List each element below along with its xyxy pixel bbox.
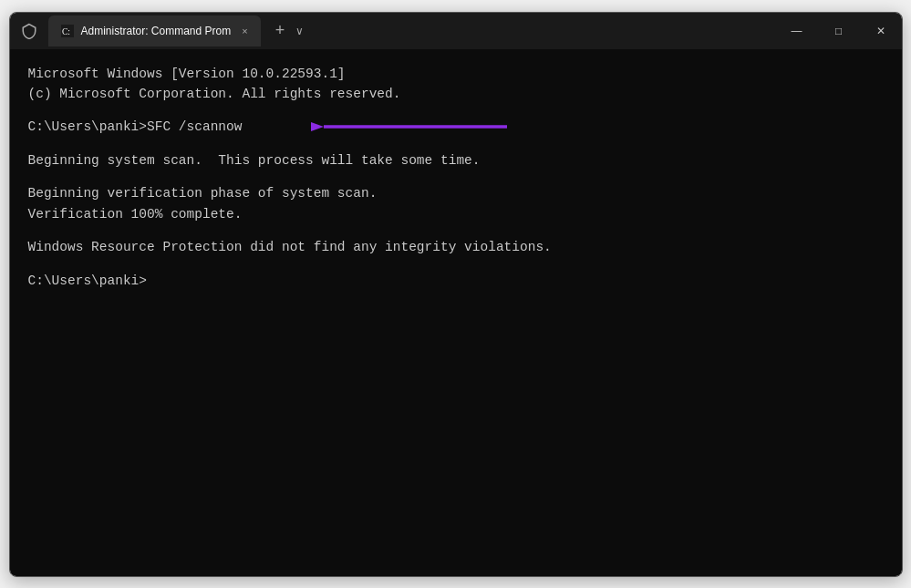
tab-close-button[interactable]: ×: [242, 26, 247, 36]
minimize-button[interactable]: —: [776, 13, 818, 49]
terminal-window: C: Administrator: Command Prom × + ∨ — □…: [9, 12, 903, 577]
tab-dropdown-button[interactable]: ∨: [295, 25, 304, 37]
output-line-2: (c) Microsoft Corporation. All rights re…: [28, 84, 884, 104]
window-controls: — □ ✕: [776, 13, 902, 49]
maximize-button[interactable]: □: [818, 13, 860, 49]
output-line-6: Verification 100% complete.: [28, 204, 884, 224]
cmd-icon: C:: [61, 25, 74, 37]
output-line-3: C:\Users\panki>SFC /scannow: [28, 117, 243, 137]
active-tab[interactable]: C: Administrator: Command Prom ×: [48, 15, 261, 46]
output-line-7: Windows Resource Protection did not find…: [28, 237, 884, 257]
output-line-5: Beginning verification phase of system s…: [28, 183, 884, 203]
titlebar-left: C: Administrator: Command Prom × + ∨: [21, 15, 305, 46]
shield-icon: [21, 23, 37, 39]
svg-text:C:: C:: [61, 26, 69, 36]
arrow-annotation: [311, 114, 512, 139]
new-tab-button[interactable]: +: [275, 21, 285, 40]
output-line-1: Microsoft Windows [Version 10.0.22593.1]: [28, 64, 884, 84]
titlebar: C: Administrator: Command Prom × + ∨ — □…: [10, 13, 902, 49]
output-line-8: C:\Users\panki>: [28, 271, 884, 291]
output-line-4: Beginning system scan. This process will…: [28, 150, 884, 170]
close-button[interactable]: ✕: [860, 13, 902, 49]
tab-title: Administrator: Command Prom: [81, 25, 232, 37]
terminal-content[interactable]: Microsoft Windows [Version 10.0.22593.1]…: [10, 49, 902, 576]
